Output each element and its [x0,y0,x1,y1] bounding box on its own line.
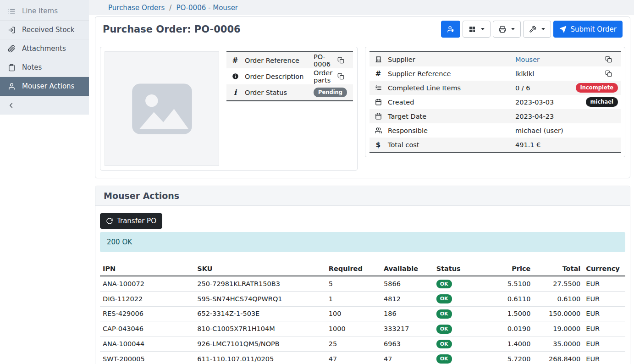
paperclip-icon [7,45,16,53]
cell-price: 1.5000 [486,306,533,321]
info-circle-icon [229,73,241,80]
cell-ipn: CAP-043046 [100,321,194,336]
cell-available: 47 [381,351,434,364]
cell-required: 1000 [326,321,381,336]
cell-price: 5.7200 [486,351,533,364]
cell-price: 5.5100 [486,276,533,291]
cell-required: 1 [326,291,381,306]
copy-button[interactable] [602,70,614,77]
detail-label: Order Description [245,73,314,80]
caret-down-icon [541,28,545,30]
caret-down-icon [481,28,485,30]
table-row: CAP-043046810-C1005X7R1H104M1000333217OK… [100,321,625,336]
supplier-details-table: SupplierMouser#Supplier Referencelklklkl… [369,51,621,153]
cell-currency: EUR [583,351,625,364]
detail-label: Order Reference [245,57,314,64]
cell-sku: 926-LMC7101QM5/NOPB [194,336,326,352]
column-header-currency: Currency [583,262,625,276]
user-shield-icon [447,26,454,33]
order-details-table: #Order ReferencePO-0006Order Description… [226,51,353,101]
cell-price: 0.0190 [486,321,533,336]
detail-value: 491.1 € [515,141,540,149]
cell-available: 5866 [381,276,434,291]
cell-ipn: ANA-100072 [100,276,194,291]
ok-badge: OK [436,280,452,289]
cell-available: 6963 [381,336,434,352]
breadcrumb-link-current[interactable]: PO-0006 - Mouser [176,4,238,12]
header-actions: Submit Order [441,21,623,38]
column-header-total: Total [533,262,583,276]
sidebar-collapse-button[interactable] [0,96,89,115]
cell-total: 35.0000 [533,336,583,352]
cell-sku: 250-72981KLRATR150B3 [194,276,326,291]
detail-row-responsible: Responsiblemichael (user) [369,123,621,138]
detail-row-order-description: Order DescriptionOrder parts [226,68,353,84]
table-row: DIG-112022595-SN74HCS74QPWRQ114812OK0.61… [100,291,625,306]
cell-sku: 810-C1005X7R1H104M [194,321,326,336]
sidebar-item-attachments[interactable]: Attachments [0,39,89,58]
column-header-ipn: IPN [100,262,194,276]
column-header-required: Required [326,262,381,276]
detail-row-supplier: SupplierMouser [369,52,621,66]
copy-button[interactable] [335,73,347,80]
cell-required: 100 [326,306,381,321]
detail-row-supplier-reference: #Supplier Referencelklklkl [369,66,621,81]
sidebar-item-line-items[interactable]: Line Items [0,2,89,21]
calendar-icon [372,99,384,105]
sidebar-item-received-stock[interactable]: Received Stock [0,21,89,39]
cell-ipn: SWT-200005 [100,351,194,364]
table-header-row: IPNSKURequiredAvailableStatusPriceTotalC… [100,262,625,276]
assign-user-button[interactable] [441,21,460,38]
detail-row-target-date: Target Date2023-04-23 [369,109,621,123]
detail-value-link[interactable]: Mouser [515,56,540,63]
order-image-placeholder[interactable] [105,51,219,166]
table-row: SWT-200005611-110.107.011/02054747OK5.72… [100,351,625,364]
status-badge: Incomplete [576,83,618,92]
cell-currency: EUR [583,306,625,321]
detail-value: Order parts [314,69,332,84]
barcode-actions-button[interactable] [463,21,491,38]
cell-sku: 611-110.107.011/0205 [194,351,326,364]
detail-value: 2023-04-23 [515,113,554,120]
breadcrumb-link-purchase-orders[interactable]: Purchase Orders [108,4,165,12]
column-header-sku: SKU [194,262,326,276]
detail-label: Created [388,99,515,106]
page-title: Purchase Order: PO-0006 [103,24,241,35]
caret-down-icon [511,28,515,30]
cell-available: 4812 [381,291,434,306]
cell-required: 25 [326,336,381,352]
cell-status: OK [434,321,486,336]
purchase-order-header: Purchase Order: PO-0006 [95,17,630,41]
detail-value: lklklkl [515,70,534,77]
cell-status: OK [434,336,486,352]
panel-title: Mouser Actions [95,186,630,206]
table-body: ANA-100072250-72981KLRATR150B355866OK5.5… [100,276,625,364]
send-icon [559,26,567,33]
submit-order-button[interactable]: Submit Order [553,21,623,38]
users-icon [372,127,384,134]
detail-label: Target Date [388,113,515,120]
detail-label: Supplier [388,56,515,63]
cell-currency: EUR [583,336,625,352]
sidebar-item-notes[interactable]: Notes [0,58,89,77]
cell-ipn: RES-429006 [100,306,194,321]
status-badge: Pending [314,88,347,97]
dollar-icon: $ [372,141,384,149]
sidebar-item-mouser-actions[interactable]: Mouser Actions [0,77,89,96]
copy-button[interactable] [602,56,614,63]
cell-available: 333217 [381,321,434,336]
sidebar-item-label: Attachments [22,44,66,53]
copy-button[interactable] [335,57,347,64]
login-icon [7,26,16,34]
transfer-po-button[interactable]: Transfer PO [100,213,162,229]
info-letter-icon: i [229,88,241,97]
print-actions-button[interactable] [493,21,521,38]
breadcrumb-separator: / [169,4,171,12]
sidebar-item-label: Line Items [22,7,58,15]
order-actions-button[interactable] [523,21,551,38]
purchase-order-panel: Purchase Order: PO-0006 [95,17,630,178]
order-details-section: #Order ReferencePO-0006Order Description… [95,41,630,178]
detail-label: Supplier Reference [388,70,515,77]
cell-status: OK [434,291,486,306]
detail-row-total-cost: $Total cost491.1 € [369,138,621,152]
